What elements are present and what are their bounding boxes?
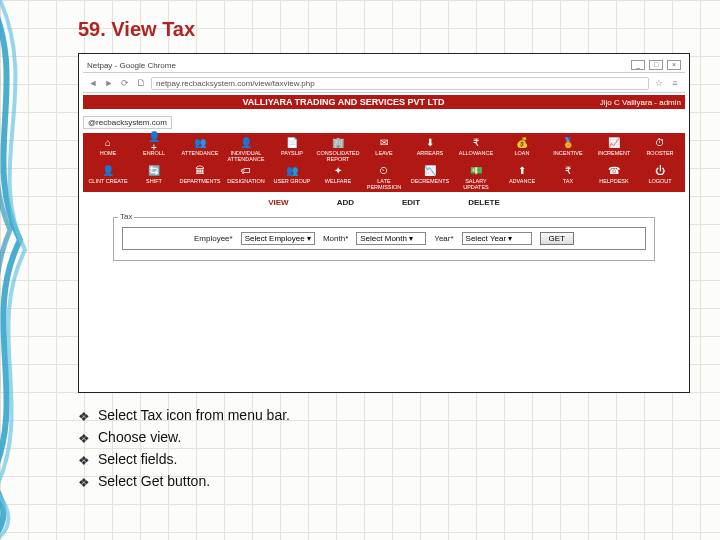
menu-item-label: HELPDESK [599,178,628,184]
helpdesk-icon: ☎ [607,163,621,177]
employee-select[interactable]: Select Employee ▾ [241,232,315,245]
menu-item-decrements[interactable]: 📉DECREMENTS [409,163,451,190]
tab-edit[interactable]: EDIT [402,198,420,207]
menu-item-attendance[interactable]: 👥ATTENDANCE [179,135,221,162]
menu-item-late-permission[interactable]: ⏲LATE PERMISSION [363,163,405,190]
page-title: 59. View Tax [78,18,690,41]
welfare-icon: ✦ [331,163,345,177]
menu-item-leave[interactable]: ✉LEAVE [363,135,405,162]
menu-item-consolidated-report[interactable]: 🏢CONSOLIDATED REPORT [317,135,359,162]
consolidated-report-icon: 🏢 [331,135,345,149]
late-permission-icon: ⏲ [377,163,391,177]
screenshot-frame: Netpay - Google Chrome _ □ × ◄ ► ⟳ 🗋 net… [78,53,690,393]
menu-item-tax[interactable]: ₹TAX [547,163,589,190]
shift-icon: 🔄 [147,163,161,177]
menu-item-label: LATE PERMISSION [363,178,405,190]
instruction-item: ❖Select Tax icon from menu bar. [78,407,690,427]
menu-item-helpdesk[interactable]: ☎HELPDESK [593,163,635,190]
menu-item-label: ATTENDANCE [182,150,219,156]
instruction-text: Select fields. [98,451,177,467]
menu-item-label: SALARY UPDATES [455,178,497,190]
menu-item-increment[interactable]: 📈INCREMENT [593,135,635,162]
menu-item-clint-create[interactable]: 👤CLINT CREATE [87,163,129,190]
menu-item-incentive[interactable]: 🏅INCENTIVE [547,135,589,162]
menu-item-label: ALLOWANCE [459,150,493,156]
menu-item-label: ROOSTER [646,150,673,156]
tab-add[interactable]: ADD [337,198,354,207]
menu-item-label: LOGOUT [648,178,671,184]
clint-create-icon: 👤 [101,163,115,177]
menu-item-label: INDIVIDUAL ATTENDANCE [225,150,267,162]
menu-item-logout[interactable]: ⏻LOGOUT [639,163,681,190]
app-header: VALLIYARA TRADING AND SERVICES PVT LTD J… [83,95,685,109]
menu-item-label: DEPARTMENTS [179,178,220,184]
month-label: Month* [323,234,348,243]
bullet-icon: ❖ [78,451,90,471]
instruction-item: ❖Choose view. [78,429,690,449]
allowance-icon: ₹ [469,135,483,149]
menu-item-user-group[interactable]: 👥USER GROUP [271,163,313,190]
section-label: Tax [118,212,134,221]
instruction-item: ❖Select Get button. [78,473,690,493]
instruction-text: Choose view. [98,429,181,445]
menu-icon[interactable]: ≡ [669,78,681,90]
year-select[interactable]: Select Year ▾ [462,232,532,245]
browser-url-row: ◄ ► ⟳ 🗋 netpay.recbacksystem.com/view/ta… [83,75,685,93]
menu-item-label: CLINT CREATE [88,178,127,184]
close-icon[interactable]: × [667,60,681,70]
designation-icon: 🏷 [239,163,253,177]
tax-form-row: Employee* Select Employee ▾ Month* Selec… [122,227,646,250]
window-controls: _ □ × [631,60,681,70]
menu-item-salary-updates[interactable]: 💵SALARY UPDATES [455,163,497,190]
menu-item-label: INCREMENT [598,150,631,156]
menu-item-label: ENROLL [143,150,165,156]
tab-view[interactable]: VIEW [268,198,288,207]
departments-icon: 🏛 [193,163,207,177]
tab-delete[interactable]: DELETE [468,198,500,207]
increment-icon: 📈 [607,135,621,149]
menu-item-allowance[interactable]: ₹ALLOWANCE [455,135,497,162]
get-button[interactable]: GET [540,232,574,245]
rooster-icon: ⏱ [653,135,667,149]
home-icon: ⌂ [101,135,115,149]
email-label: @recbacksystem.com [83,116,172,129]
decrements-icon: 📉 [423,163,437,177]
incentive-icon: 🏅 [561,135,575,149]
menu-item-departments[interactable]: 🏛DEPARTMENTS [179,163,221,190]
menu-item-payslip[interactable]: 📄PAYSLIP [271,135,313,162]
menu-item-designation[interactable]: 🏷DESIGNATION [225,163,267,190]
advance-icon: ⬆ [515,163,529,177]
back-icon[interactable]: ◄ [87,78,99,90]
reload-icon[interactable]: ⟳ [119,78,131,90]
menu-item-advance[interactable]: ⬆ADVANCE [501,163,543,190]
bullet-icon: ❖ [78,429,90,449]
enroll-icon: 👤+ [147,135,161,149]
menu-item-label: INCENTIVE [553,150,582,156]
minimize-icon[interactable]: _ [631,60,645,70]
menu-item-loan[interactable]: 💰LOAN [501,135,543,162]
menu-item-label: PAYSLIP [281,150,303,156]
menu-item-shift[interactable]: 🔄SHIFT [133,163,175,190]
menu-item-rooster[interactable]: ⏱ROOSTER [639,135,681,162]
bookmark-icon[interactable]: ☆ [653,78,665,90]
maximize-icon[interactable]: □ [649,60,663,70]
menu-item-home[interactable]: ⌂HOME [87,135,129,162]
tabs-row: VIEW ADD EDIT DELETE [83,194,685,211]
menu-item-label: TAX [563,178,573,184]
leave-icon: ✉ [377,135,391,149]
company-name: VALLIYARA TRADING AND SERVICES PVT LTD [242,97,444,107]
menu-item-label: ARREARS [417,150,444,156]
menu-item-label: LOAN [515,150,530,156]
menu-item-label: SHIFT [146,178,162,184]
instruction-item: ❖Select fields. [78,451,690,471]
month-select[interactable]: Select Month ▾ [356,232,426,245]
individual-attendance-icon: 👤 [239,135,253,149]
menu-item-individual-attendance[interactable]: 👤INDIVIDUAL ATTENDANCE [225,135,267,162]
year-label: Year* [434,234,453,243]
menu-item-enroll[interactable]: 👤+ENROLL [133,135,175,162]
forward-icon[interactable]: ► [103,78,115,90]
menu-item-arrears[interactable]: ⬇ARREARS [409,135,451,162]
instruction-text: Select Tax icon from menu bar. [98,407,290,423]
menu-item-welfare[interactable]: ✦WELFARE [317,163,359,190]
url-bar[interactable]: netpay.recbacksystem.com/view/taxview.ph… [151,77,649,90]
